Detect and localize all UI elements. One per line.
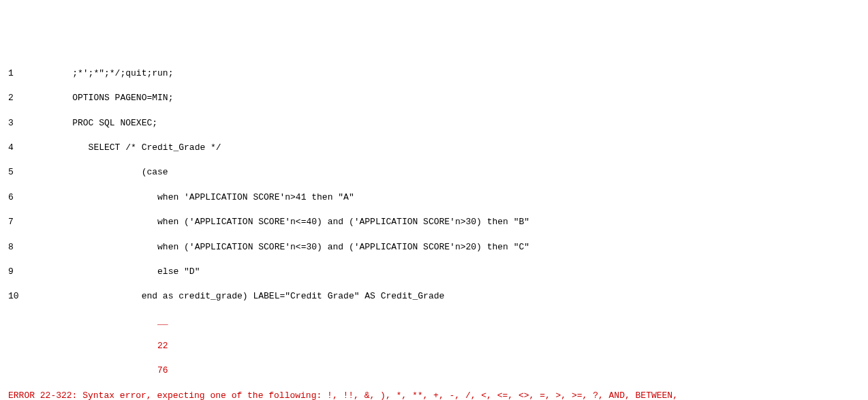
line-number: 8 bbox=[8, 241, 25, 253]
sas-log: 1 ;*';*";*/;quit;run; 2 OPTIONS PAGENO=M… bbox=[8, 55, 860, 400]
log-line: 3 PROC SQL NOEXEC; bbox=[8, 117, 860, 129]
log-line: 1 ;*';*";*/;quit;run; bbox=[8, 67, 860, 80]
line-number bbox=[8, 365, 25, 377]
code-text: (case bbox=[25, 166, 168, 179]
line-number: 4 bbox=[8, 142, 25, 154]
code-text: when ('APPLICATION SCORE'n<=40) and ('AP… bbox=[25, 216, 529, 228]
line-number: 7 bbox=[8, 216, 25, 228]
log-line: 7 when ('APPLICATION SCORE'n<=40) and ('… bbox=[8, 216, 860, 228]
line-number: 2 bbox=[8, 92, 25, 104]
error-marker-code: 22 bbox=[25, 340, 168, 352]
error-line: ERROR 22-322: Syntax error, expecting on… bbox=[8, 390, 860, 400]
error-text: Syntax error, expecting one of the follo… bbox=[82, 390, 678, 400]
line-number bbox=[8, 340, 25, 352]
line-number bbox=[8, 316, 25, 328]
code-text: else "D" bbox=[25, 266, 200, 278]
line-number: 5 bbox=[8, 166, 25, 179]
error-marker-underline: __ bbox=[25, 316, 168, 328]
line-number: 3 bbox=[8, 117, 25, 129]
code-text: end as credit_grade) LABEL="Credit Grade… bbox=[25, 290, 444, 303]
code-text: PROC SQL NOEXEC; bbox=[25, 117, 157, 129]
line-number: 6 bbox=[8, 191, 25, 204]
log-line: 9 else "D" bbox=[8, 266, 860, 278]
code-text: ;*';*";*/;quit;run; bbox=[25, 67, 173, 80]
code-text: when ('APPLICATION SCORE'n<=30) and ('AP… bbox=[25, 241, 529, 253]
code-text: when 'APPLICATION SCORE'n>41 then "A" bbox=[25, 191, 354, 204]
code-text: SELECT /* Credit_Grade */ bbox=[25, 142, 221, 154]
error-marker-line: 76 bbox=[8, 365, 860, 377]
error-label: ERROR 22-322: bbox=[8, 390, 82, 400]
log-line: 8 when ('APPLICATION SCORE'n<=30) and ('… bbox=[8, 241, 860, 253]
log-line: 5 (case bbox=[8, 166, 860, 179]
error-marker-code: 76 bbox=[25, 365, 168, 377]
log-line: 6 when 'APPLICATION SCORE'n>41 then "A" bbox=[8, 191, 860, 204]
log-line: 10 end as credit_grade) LABEL="Credit Gr… bbox=[8, 290, 860, 303]
log-line: 2 OPTIONS PAGENO=MIN; bbox=[8, 92, 860, 104]
code-text: OPTIONS PAGENO=MIN; bbox=[25, 92, 173, 104]
line-number: 9 bbox=[8, 266, 25, 278]
line-number: 1 bbox=[8, 67, 25, 80]
line-number: 10 bbox=[8, 290, 25, 303]
error-marker-line: 22 bbox=[8, 340, 860, 352]
error-marker-line: __ bbox=[8, 316, 860, 328]
log-line: 4 SELECT /* Credit_Grade */ bbox=[8, 142, 860, 154]
